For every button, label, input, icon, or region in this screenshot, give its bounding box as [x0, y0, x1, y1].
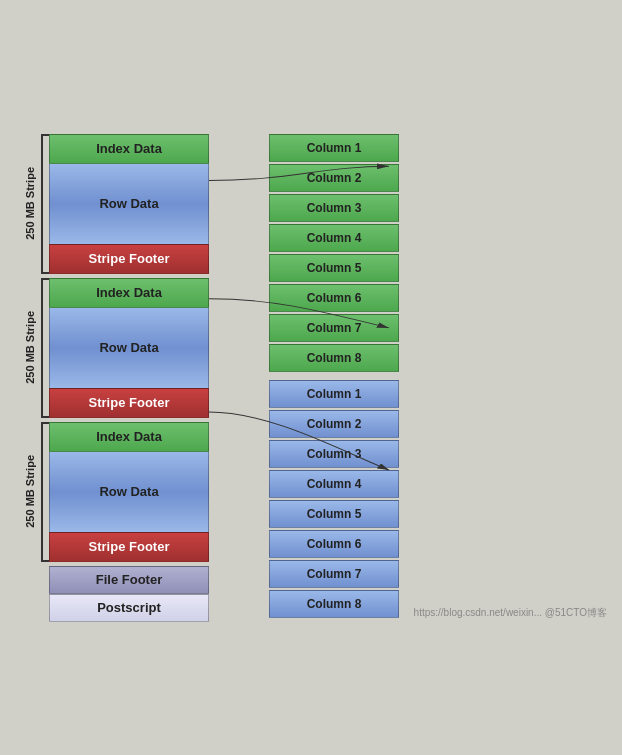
column-group-blue: Column 1 Column 2 Column 3 Column 4 Colu…: [269, 380, 399, 618]
index-data-2: Index Data: [49, 278, 209, 308]
stripe-group-2: 250 MB Stripe Index Data Row Data Stripe…: [11, 278, 209, 418]
col-green-1: Column 1: [269, 134, 399, 162]
right-section: Column 1 Column 2 Column 3 Column 4 Colu…: [269, 134, 399, 618]
column-group-green: Column 1 Column 2 Column 3 Column 4 Colu…: [269, 134, 399, 372]
stripe-bracket-2: [41, 278, 49, 418]
stripe-label-3: 250 MB Stripe: [24, 455, 36, 528]
col-green-2: Column 2: [269, 164, 399, 192]
col-green-7: Column 7: [269, 314, 399, 342]
col-green-4: Column 4: [269, 224, 399, 252]
col-green-5: Column 5: [269, 254, 399, 282]
bottom-blocks: File Footer Postscript: [49, 566, 209, 622]
col-green-3: Column 3: [269, 194, 399, 222]
file-footer: File Footer: [49, 566, 209, 594]
col-blue-3: Column 3: [269, 440, 399, 468]
col-blue-6: Column 6: [269, 530, 399, 558]
col-blue-7: Column 7: [269, 560, 399, 588]
stripe-label-container-2: 250 MB Stripe: [11, 278, 49, 418]
row-data-1: Row Data: [49, 164, 209, 244]
col-blue-4: Column 4: [269, 470, 399, 498]
postscript: Postscript: [49, 594, 209, 622]
stripe-blocks-1: Index Data Row Data Stripe Footer: [49, 134, 209, 274]
watermark: https://blog.csdn.net/weixin... @51CTO博客: [414, 606, 607, 620]
row-data-3: Row Data: [49, 452, 209, 532]
main-diagram: 250 MB Stripe Index Data Row Data Stripe…: [11, 134, 611, 622]
stripe-label-container-3: 250 MB Stripe: [11, 422, 49, 562]
stripe-footer-1: Stripe Footer: [49, 244, 209, 274]
index-data-3: Index Data: [49, 422, 209, 452]
col-green-6: Column 6: [269, 284, 399, 312]
stripe-bracket-1: [41, 134, 49, 274]
col-blue-2: Column 2: [269, 410, 399, 438]
row-data-2: Row Data: [49, 308, 209, 388]
stripe-blocks-3: Index Data Row Data Stripe Footer: [49, 422, 209, 562]
stripe-footer-2: Stripe Footer: [49, 388, 209, 418]
diagram-wrapper: 250 MB Stripe Index Data Row Data Stripe…: [11, 134, 611, 622]
index-data-1: Index Data: [49, 134, 209, 164]
stripe-bracket-3: [41, 422, 49, 562]
col-green-8: Column 8: [269, 344, 399, 372]
left-section: 250 MB Stripe Index Data Row Data Stripe…: [11, 134, 209, 622]
stripe-label-2: 250 MB Stripe: [24, 311, 36, 384]
stripe-footer-3: Stripe Footer: [49, 532, 209, 562]
stripe-group-3: 250 MB Stripe Index Data Row Data Stripe…: [11, 422, 209, 562]
stripe-label-container-1: 250 MB Stripe: [11, 134, 49, 274]
stripe-group-1: 250 MB Stripe Index Data Row Data Stripe…: [11, 134, 209, 274]
stripe-blocks-2: Index Data Row Data Stripe Footer: [49, 278, 209, 418]
col-blue-1: Column 1: [269, 380, 399, 408]
stripe-label-1: 250 MB Stripe: [24, 167, 36, 240]
col-blue-5: Column 5: [269, 500, 399, 528]
col-blue-8: Column 8: [269, 590, 399, 618]
